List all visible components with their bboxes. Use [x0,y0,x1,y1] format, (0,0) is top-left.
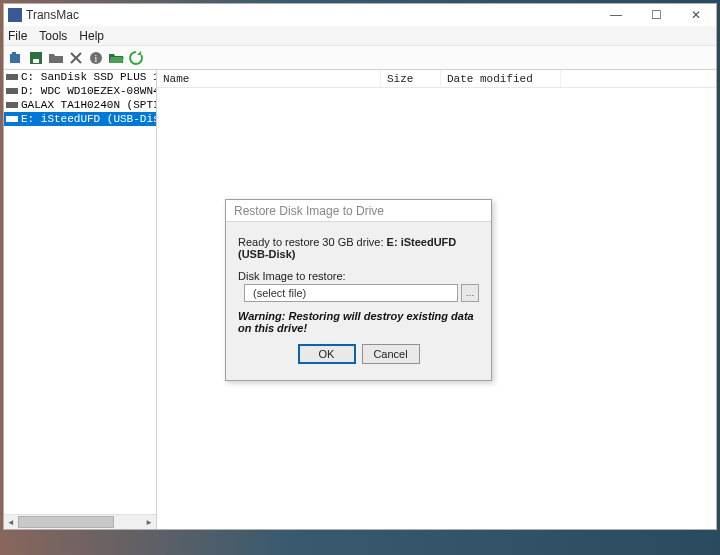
drive-item[interactable]: GALAX TA1H0240N (SPTI-Disk) [4,98,156,112]
refresh-icon[interactable] [128,50,144,66]
scroll-right-icon[interactable]: ► [142,515,156,529]
svg-rect-6 [6,74,18,80]
delete-icon[interactable] [68,50,84,66]
dialog-buttons: OK Cancel [238,344,479,374]
file-input-value: (select file) [253,287,306,299]
drive-label: GALAX TA1H0240N (SPTI-Disk) [21,99,156,111]
maximize-button[interactable]: ☐ [636,4,676,26]
svg-text:i: i [95,53,98,64]
svg-rect-3 [33,59,39,63]
toolbar: i [4,46,716,70]
menubar: File Tools Help [4,26,716,46]
folder-open-icon[interactable] [108,50,124,66]
minimize-button[interactable]: — [596,4,636,26]
file-row: (select file) … [238,284,479,302]
folder-icon[interactable] [48,50,64,66]
svg-rect-8 [6,102,18,108]
svg-rect-9 [6,116,18,122]
save-icon[interactable] [28,50,44,66]
drive-item[interactable]: D: WDC WD10EZEX-08WN4A0 (SAT [4,84,156,98]
column-date[interactable]: Date modified [441,70,561,87]
column-size[interactable]: Size [381,70,441,87]
file-input[interactable]: (select file) [244,284,458,302]
restore-dialog: Restore Disk Image to Drive Ready to res… [225,199,492,381]
drive-label: D: WDC WD10EZEX-08WN4A0 (SAT [21,85,156,97]
scroll-thumb[interactable] [18,516,114,528]
info-icon[interactable]: i [88,50,104,66]
window-controls: — ☐ ✕ [596,4,716,26]
drive-icon [6,100,18,110]
dialog-body: Ready to restore 30 GB drive: E: iSteedU… [226,222,491,380]
menu-file[interactable]: File [8,29,27,43]
svg-rect-0 [10,54,20,63]
drive-item-selected[interactable]: E: iSteedUFD (USB-Disk) [4,112,156,126]
titlebar: TransMac — ☐ ✕ [4,4,716,26]
window-title: TransMac [26,8,596,22]
drive-icon [6,86,18,96]
drive-tree-pane: C: SanDisk SSD PLUS 120 GB ( D: WDC WD10… [4,70,157,529]
drive-label: E: iSteedUFD (USB-Disk) [21,113,156,125]
cancel-button[interactable]: Cancel [362,344,420,364]
tree-hscrollbar[interactable]: ◄ ► [4,514,156,529]
column-name[interactable]: Name [157,70,381,87]
svg-rect-1 [12,52,16,55]
browse-button[interactable]: … [461,284,479,302]
file-label: Disk Image to restore: [238,270,479,282]
drive-item[interactable]: C: SanDisk SSD PLUS 120 GB ( [4,70,156,84]
dialog-ready-text: Ready to restore 30 GB drive: E: iSteedU… [238,236,479,260]
dialog-title: Restore Disk Image to Drive [226,200,491,222]
drive-label: C: SanDisk SSD PLUS 120 GB ( [21,71,156,83]
svg-rect-7 [6,88,18,94]
app-icon [8,8,22,22]
close-button[interactable]: ✕ [676,4,716,26]
drive-icon [6,114,18,124]
scroll-left-icon[interactable]: ◄ [4,515,18,529]
dialog-warning: Warning: Restoring will destroy existing… [238,310,479,334]
list-header: Name Size Date modified [157,70,716,88]
drive-tree-body: C: SanDisk SSD PLUS 120 GB ( D: WDC WD10… [4,70,156,514]
ok-button[interactable]: OK [298,344,356,364]
menu-help[interactable]: Help [79,29,104,43]
menu-tools[interactable]: Tools [39,29,67,43]
open-icon[interactable] [8,50,24,66]
ready-prefix: Ready to restore 30 GB drive: [238,236,387,248]
drive-icon [6,72,18,82]
